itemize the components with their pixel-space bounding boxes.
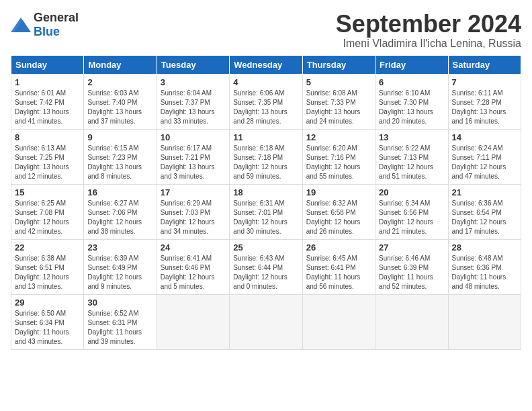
calendar-day-8: 8Sunrise: 6:13 AM Sunset: 7:25 PM Daylig… [11, 129, 84, 184]
logo: General Blue [11, 11, 79, 39]
calendar-day-26: 26Sunrise: 6:45 AM Sunset: 6:41 PM Dayli… [302, 239, 375, 294]
weekday-header-wednesday: Wednesday [230, 55, 302, 74]
calendar-day-empty [302, 294, 375, 349]
calendar-day-10: 10Sunrise: 6:17 AM Sunset: 7:21 PM Dayli… [157, 129, 229, 184]
calendar-day-23: 23Sunrise: 6:39 AM Sunset: 6:49 PM Dayli… [84, 239, 157, 294]
calendar-day-27: 27Sunrise: 6:46 AM Sunset: 6:39 PM Dayli… [375, 239, 448, 294]
weekday-header-tuesday: Tuesday [157, 55, 229, 74]
logo-blue: Blue [34, 25, 60, 38]
weekday-header-monday: Monday [84, 55, 157, 74]
weekday-header-thursday: Thursday [302, 55, 375, 74]
calendar-day-22: 22Sunrise: 6:38 AM Sunset: 6:51 PM Dayli… [11, 239, 84, 294]
calendar-day-18: 18Sunrise: 6:31 AM Sunset: 7:01 PM Dayli… [230, 184, 302, 239]
calendar-day-3: 3Sunrise: 6:04 AM Sunset: 7:37 PM Daylig… [157, 74, 229, 129]
calendar-week-5: 29Sunrise: 6:50 AM Sunset: 6:34 PM Dayli… [11, 294, 521, 349]
calendar-day-28: 28Sunrise: 6:48 AM Sunset: 6:36 PM Dayli… [448, 239, 521, 294]
calendar-day-25: 25Sunrise: 6:43 AM Sunset: 6:44 PM Dayli… [230, 239, 302, 294]
weekday-header-sunday: Sunday [11, 55, 84, 74]
calendar-day-20: 20Sunrise: 6:34 AM Sunset: 6:56 PM Dayli… [375, 184, 448, 239]
calendar-day-1: 1Sunrise: 6:01 AM Sunset: 7:42 PM Daylig… [11, 74, 84, 129]
calendar-day-empty [448, 294, 521, 349]
calendar-week-1: 1Sunrise: 6:01 AM Sunset: 7:42 PM Daylig… [11, 74, 521, 129]
calendar-table: SundayMondayTuesdayWednesdayThursdayFrid… [11, 55, 521, 350]
calendar-day-19: 19Sunrise: 6:32 AM Sunset: 6:58 PM Dayli… [302, 184, 375, 239]
calendar-day-5: 5Sunrise: 6:08 AM Sunset: 7:33 PM Daylig… [302, 74, 375, 129]
calendar-day-6: 6Sunrise: 6:10 AM Sunset: 7:30 PM Daylig… [375, 74, 448, 129]
calendar-day-9: 9Sunrise: 6:15 AM Sunset: 7:23 PM Daylig… [84, 129, 157, 184]
weekday-header-friday: Friday [375, 55, 448, 74]
calendar-week-3: 15Sunrise: 6:25 AM Sunset: 7:08 PM Dayli… [11, 184, 521, 239]
calendar-day-14: 14Sunrise: 6:24 AM Sunset: 7:11 PM Dayli… [448, 129, 521, 184]
title-area: September 2024 Imeni Vladimira Il'icha L… [336, 11, 521, 50]
logo-general: General [34, 11, 79, 24]
calendar-day-empty [375, 294, 448, 349]
month-title: September 2024 [336, 11, 521, 38]
calendar-day-15: 15Sunrise: 6:25 AM Sunset: 7:08 PM Dayli… [11, 184, 84, 239]
calendar-day-21: 21Sunrise: 6:36 AM Sunset: 6:54 PM Dayli… [448, 184, 521, 239]
calendar-day-2: 2Sunrise: 6:03 AM Sunset: 7:40 PM Daylig… [84, 74, 157, 129]
calendar-day-17: 17Sunrise: 6:29 AM Sunset: 7:03 PM Dayli… [157, 184, 229, 239]
logo-text: General Blue [34, 11, 79, 39]
calendar-day-24: 24Sunrise: 6:41 AM Sunset: 6:46 PM Dayli… [157, 239, 229, 294]
calendar-day-7: 7Sunrise: 6:11 AM Sunset: 7:28 PM Daylig… [448, 74, 521, 129]
calendar-week-2: 8Sunrise: 6:13 AM Sunset: 7:25 PM Daylig… [11, 129, 521, 184]
header: General Blue September 2024 Imeni Vladim… [11, 11, 521, 50]
calendar-day-30: 30Sunrise: 6:52 AM Sunset: 6:31 PM Dayli… [84, 294, 157, 349]
calendar-day-empty [230, 294, 302, 349]
weekday-header-row: SundayMondayTuesdayWednesdayThursdayFrid… [11, 55, 521, 74]
calendar-day-29: 29Sunrise: 6:50 AM Sunset: 6:34 PM Dayli… [11, 294, 84, 349]
calendar-day-13: 13Sunrise: 6:22 AM Sunset: 7:13 PM Dayli… [375, 129, 448, 184]
calendar-day-empty [157, 294, 229, 349]
calendar-week-4: 22Sunrise: 6:38 AM Sunset: 6:51 PM Dayli… [11, 239, 521, 294]
calendar-day-12: 12Sunrise: 6:20 AM Sunset: 7:16 PM Dayli… [302, 129, 375, 184]
logo-icon [11, 17, 31, 32]
location-title: Imeni Vladimira Il'icha Lenina, Russia [336, 38, 521, 50]
calendar-day-4: 4Sunrise: 6:06 AM Sunset: 7:35 PM Daylig… [230, 74, 302, 129]
calendar-day-11: 11Sunrise: 6:18 AM Sunset: 7:18 PM Dayli… [230, 129, 302, 184]
calendar-day-16: 16Sunrise: 6:27 AM Sunset: 7:06 PM Dayli… [84, 184, 157, 239]
weekday-header-saturday: Saturday [448, 55, 521, 74]
